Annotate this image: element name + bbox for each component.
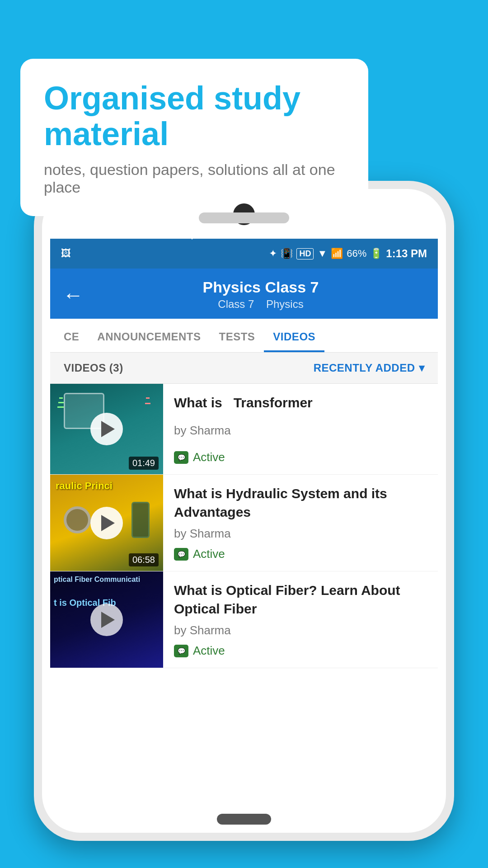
- phone-speaker: [199, 212, 289, 223]
- videos-header: VIDEOS (3) RECENTLY ADDED ▾: [50, 353, 438, 384]
- tab-ce[interactable]: CE: [55, 319, 88, 352]
- video-list: 01:49 What is Transformer by Sharma 💬 Ac…: [50, 384, 438, 668]
- video-thumb-2: raulic Princi 06:58: [50, 475, 163, 571]
- chat-icon-3: 💬: [174, 645, 188, 657]
- video-author-3: by Sharma: [174, 623, 427, 637]
- nav-title: Physics Class 7: [96, 278, 425, 296]
- video-author-2: by Sharma: [174, 527, 427, 541]
- status-label-3: Active: [193, 644, 225, 658]
- video-thumb-3: ptical Fiber Communicati t is Optical Fi…: [50, 571, 163, 668]
- nav-subtitle: Class 7 Physics: [96, 298, 425, 311]
- status-label-1: Active: [193, 450, 225, 464]
- video-title-3: What is Optical Fiber? Learn About Optic…: [174, 581, 427, 618]
- battery-icon: 🔋: [370, 248, 382, 259]
- nav-subtitle-class: Class 7: [218, 298, 254, 310]
- video-title-2: What is Hydraulic System and its Advanta…: [174, 485, 427, 521]
- video-duration-1: 01:49: [129, 457, 159, 470]
- phone-frame: 🖼 ✦ 📳 HD ▼ 📶 66% 🔋 1:13 PM ← Physics Cla: [34, 181, 454, 841]
- video-info-3: What is Optical Fiber? Learn About Optic…: [163, 571, 438, 668]
- wifi-icon: ▼: [317, 248, 327, 259]
- battery-pct: 66%: [347, 248, 366, 259]
- play-triangle-1: [101, 421, 115, 437]
- video-thumb-1: 01:49: [50, 384, 163, 474]
- video-info-2: What is Hydraulic System and its Advanta…: [163, 475, 438, 571]
- video-item-2[interactable]: raulic Princi 06:58 What: [50, 475, 438, 571]
- video-status-2: 💬 Active: [174, 547, 427, 561]
- app-nav-bar: ← Physics Class 7 Class 7 Physics: [50, 269, 438, 319]
- back-button[interactable]: ←: [63, 284, 84, 305]
- nav-title-block: Physics Class 7 Class 7 Physics: [96, 278, 425, 311]
- play-button-3[interactable]: [90, 604, 123, 636]
- play-button-1[interactable]: [90, 413, 123, 445]
- video-item-3[interactable]: ptical Fiber Communicati t is Optical Fi…: [50, 571, 438, 668]
- status-image-icon: 🖼: [61, 248, 71, 259]
- video-status-3: 💬 Active: [174, 644, 427, 658]
- video-info-1: What is Transformer by Sharma 💬 Active: [163, 384, 438, 474]
- tab-bar: CE ANNOUNCEMENTS TESTS VIDEOS: [50, 319, 438, 353]
- tab-videos[interactable]: VIDEOS: [264, 319, 324, 352]
- video-status-1: 💬 Active: [174, 450, 427, 464]
- sort-dropdown[interactable]: RECENTLY ADDED ▾: [314, 362, 424, 374]
- phone-inner: 🖼 ✦ 📳 HD ▼ 📶 66% 🔋 1:13 PM ← Physics Cla: [42, 189, 446, 833]
- vibrate-icon: 📳: [281, 248, 293, 259]
- status-bar: 🖼 ✦ 📳 HD ▼ 📶 66% 🔋 1:13 PM: [50, 239, 438, 269]
- clock: 1:13 PM: [386, 247, 427, 260]
- speech-bubble-heading: Organised study material: [44, 80, 345, 152]
- status-right: ✦ 📳 HD ▼ 📶 66% 🔋 1:13 PM: [269, 247, 427, 260]
- video-duration-2: 06:58: [129, 553, 159, 566]
- chat-icon-1: 💬: [174, 451, 188, 464]
- sort-label-text: RECENTLY ADDED: [314, 362, 415, 374]
- speech-bubble-subtext: notes, question papers, solutions all at…: [44, 161, 345, 196]
- tab-tests[interactable]: TESTS: [210, 319, 264, 352]
- videos-count: VIDEOS (3): [64, 362, 123, 374]
- phone-screen: 🖼 ✦ 📳 HD ▼ 📶 66% 🔋 1:13 PM ← Physics Cla: [50, 239, 438, 806]
- status-label-2: Active: [193, 547, 225, 561]
- play-button-2[interactable]: [90, 507, 123, 539]
- speech-bubble: Organised study material notes, question…: [20, 59, 368, 216]
- chat-icon-2: 💬: [174, 548, 188, 561]
- sort-chevron-icon: ▾: [419, 362, 425, 374]
- signal-icon: 📶: [331, 248, 343, 259]
- phone-home-button[interactable]: [217, 814, 271, 825]
- status-left: 🖼: [61, 248, 71, 259]
- thumb-play-overlay-3: [50, 571, 163, 668]
- play-triangle-3: [101, 612, 115, 628]
- tab-announcements[interactable]: ANNOUNCEMENTS: [88, 319, 210, 352]
- play-triangle-2: [101, 515, 115, 531]
- video-title-1: What is Transformer: [174, 394, 427, 412]
- bluetooth-icon: ✦: [269, 248, 277, 259]
- video-item-1[interactable]: 01:49 What is Transformer by Sharma 💬 Ac…: [50, 384, 438, 475]
- hd-badge: HD: [296, 248, 314, 259]
- video-author-1: by Sharma: [174, 424, 427, 438]
- nav-subtitle-subject: Physics: [266, 298, 304, 310]
